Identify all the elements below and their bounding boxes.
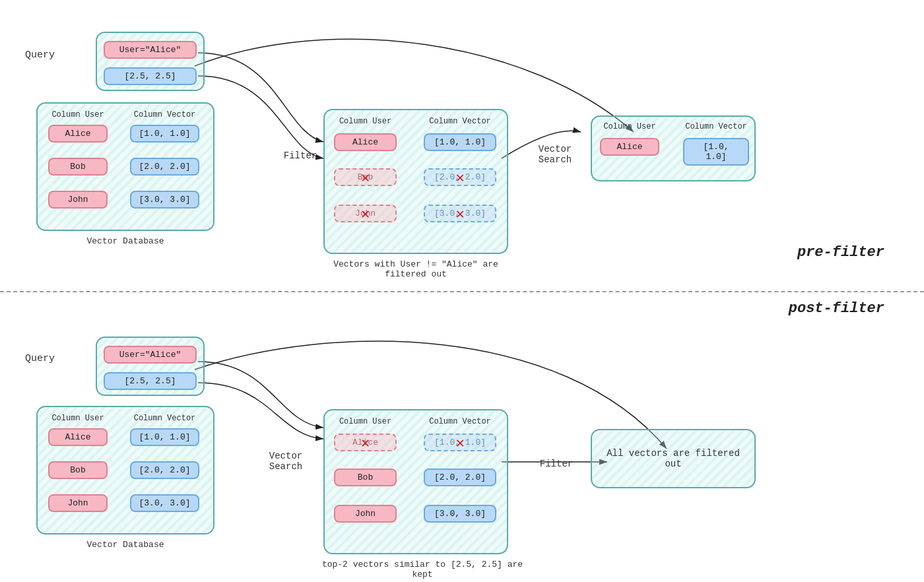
bottom-db-vec1: [1.0, 1.0] xyxy=(130,428,199,446)
bottom-db-label: Vector Database xyxy=(66,540,185,550)
top-filtered-alice: Alice xyxy=(334,133,397,151)
top-db-vec1: [1.0, 1.0] xyxy=(130,125,199,143)
top-filtered-col-vector-header: Column Vector xyxy=(424,117,496,126)
top-filtered-vec1: [1.0, 1.0] xyxy=(424,133,496,151)
bottom-db-bob: Bob xyxy=(48,461,108,479)
bottom-db-vec2: [2.0, 2.0] xyxy=(130,461,199,479)
bottom-query-user-cell: User="Alice" xyxy=(104,346,197,364)
bottom-db-col-user-header: Column User xyxy=(48,414,108,423)
bottom-result-box: All vectors are filtered out xyxy=(591,429,756,488)
top-filtered-col-user-header: Column User xyxy=(334,117,397,126)
bottom-db-col-vector-header: Column Vector xyxy=(130,414,199,423)
top-result-col-user-header: Column User xyxy=(600,122,659,131)
bottom-searched-vec1: [1.0, 1.0] ✕ xyxy=(424,434,496,451)
top-db-alice: Alice xyxy=(48,125,108,143)
bottom-searched-vec2: [2.0, 2.0] xyxy=(424,469,496,486)
top-db-label: Vector Database xyxy=(66,236,185,246)
top-result-box: Column User Column Vector Alice [1.0, 1.… xyxy=(591,115,756,181)
top-db-col-vector-header: Column Vector xyxy=(130,110,199,119)
bottom-searched-alice: Alice ✕ xyxy=(334,434,397,451)
bottom-db-john: John xyxy=(48,494,108,512)
top-filtered-vec2: [2.0, 2.0] ✕ xyxy=(424,168,496,186)
top-filter-label: Filter xyxy=(277,150,323,161)
diagram-container: pre-filter Query User="Alice" [2.5, 2.5]… xyxy=(0,0,924,582)
top-result-col-vector-header: Column Vector xyxy=(683,122,749,131)
bottom-searched-box: Column User Column Vector Alice ✕ [1.0, … xyxy=(323,409,508,554)
top-db-vec2: [2.0, 2.0] xyxy=(130,158,199,176)
top-query-box: User="Alice" [2.5, 2.5] xyxy=(96,32,205,91)
bottom-filter-label: Filter xyxy=(533,459,579,469)
bottom-db-alice: Alice xyxy=(48,428,108,446)
top-db-col-user-header: Column User xyxy=(48,110,108,119)
section-divider xyxy=(0,291,924,292)
bottom-searched-john: John xyxy=(334,505,397,523)
bottom-query-vector-cell: [2.5, 2.5] xyxy=(104,372,197,390)
top-filtered-vec3: [3.0, 3.0] ✕ xyxy=(424,205,496,222)
postfilter-label: post-filter xyxy=(789,300,884,317)
bottom-query-box: User="Alice" [2.5, 2.5] xyxy=(96,337,205,396)
bottom-result-text: All vectors are filtered out xyxy=(592,440,754,477)
bottom-searched-note: top-2 vectors similar to [2.5, 2.5] are … xyxy=(310,560,535,579)
top-query-vector-cell: [2.5, 2.5] xyxy=(104,67,197,85)
top-filtered-john: John ✕ xyxy=(334,205,397,222)
top-result-vec: [1.0, 1.0] xyxy=(683,138,749,166)
top-db-john: John xyxy=(48,191,108,209)
top-query-label: Query xyxy=(25,49,55,61)
bottom-searched-bob: Bob xyxy=(334,469,397,486)
top-db-vec3: [3.0, 3.0] xyxy=(130,191,199,209)
bottom-db-vec3: [3.0, 3.0] xyxy=(130,494,199,512)
bottom-query-label: Query xyxy=(25,353,55,364)
bottom-db-box: Column User Column Vector Alice [1.0, 1.… xyxy=(36,406,214,534)
top-filtered-note: Vectors with User != "Alice" are filtere… xyxy=(317,259,515,279)
bottom-searched-vec3: [3.0, 3.0] xyxy=(424,505,496,523)
bottom-searched-col-user-header: Column User xyxy=(334,417,397,426)
top-query-user-cell: User="Alice" xyxy=(104,41,197,59)
top-filtered-box: Column User Column Vector Alice [1.0, 1.… xyxy=(323,109,508,254)
prefilter-label: pre-filter xyxy=(797,244,884,261)
top-filtered-bob: Bob ✕ xyxy=(334,168,397,186)
bottom-searched-col-vector-header: Column Vector xyxy=(424,417,496,426)
bottom-vector-search-label: VectorSearch xyxy=(256,451,315,472)
top-vector-search-label: VectorSearch xyxy=(525,144,585,165)
top-db-box: Column User Column Vector Alice [1.0, 1.… xyxy=(36,102,214,231)
top-db-bob: Bob xyxy=(48,158,108,176)
top-result-alice: Alice xyxy=(600,138,659,156)
